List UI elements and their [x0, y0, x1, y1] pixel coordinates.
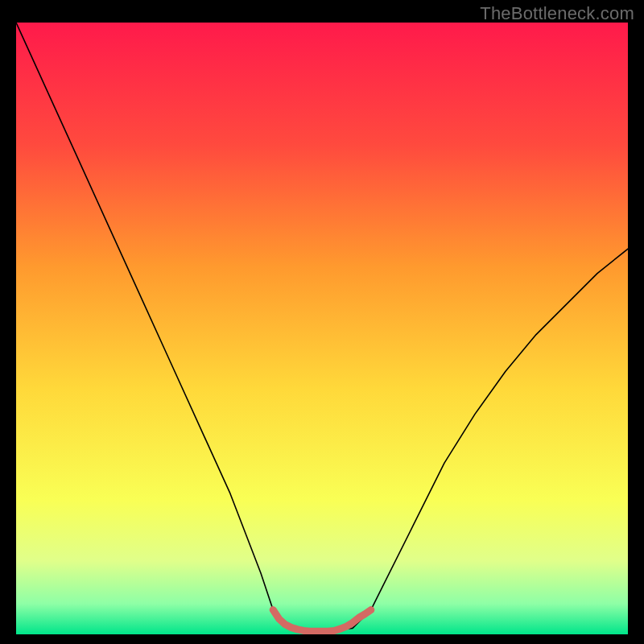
- plot-area: [16, 23, 628, 634]
- watermark-text: TheBottleneck.com: [480, 3, 634, 24]
- chart-frame: TheBottleneck.com: [0, 0, 644, 644]
- chart-svg: [16, 23, 628, 634]
- gradient-background: [16, 23, 628, 634]
